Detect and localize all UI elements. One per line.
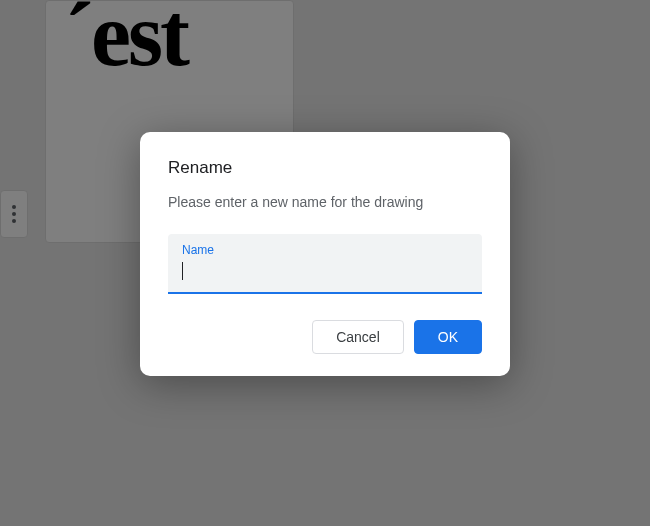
dialog-button-row: Cancel OK bbox=[168, 320, 482, 354]
rename-dialog: Rename Please enter a new name for the d… bbox=[140, 132, 510, 376]
cancel-button[interactable]: Cancel bbox=[312, 320, 404, 354]
text-cursor bbox=[182, 262, 183, 280]
name-input[interactable] bbox=[182, 259, 468, 281]
name-input-container[interactable]: Name bbox=[168, 234, 482, 294]
dialog-title: Rename bbox=[168, 158, 482, 178]
modal-overlay: Rename Please enter a new name for the d… bbox=[0, 0, 650, 526]
ok-button[interactable]: OK bbox=[414, 320, 482, 354]
name-input-label: Name bbox=[182, 243, 468, 257]
dialog-description: Please enter a new name for the drawing bbox=[168, 194, 482, 210]
